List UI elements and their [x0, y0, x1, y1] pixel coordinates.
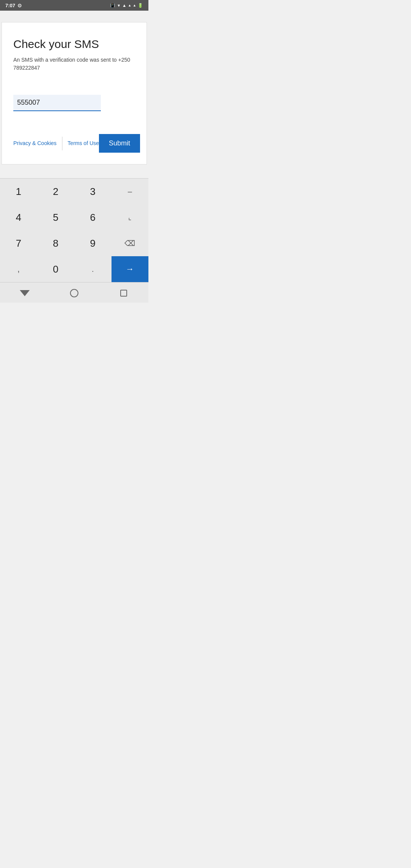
- key-enter[interactable]: →: [112, 256, 149, 282]
- back-button[interactable]: [17, 287, 32, 299]
- key-3[interactable]: 3: [74, 179, 112, 204]
- main-card: Check your SMS An SMS with a verificatio…: [2, 22, 147, 164]
- key-9[interactable]: 9: [74, 230, 112, 256]
- recents-icon: [120, 290, 127, 297]
- status-right: 📳 ▼ ▲ ▲ ▲ 🔋: [110, 3, 143, 8]
- footer-divider: [62, 137, 62, 150]
- submit-button[interactable]: Submit: [99, 134, 140, 153]
- page-title: Check your SMS: [13, 38, 135, 51]
- keyboard-grid: 1 2 3 – 4 5 6 ⌞ 7 8 9 ⌫ , 0 . →: [0, 179, 148, 282]
- key-period[interactable]: .: [74, 256, 112, 282]
- status-left: 7:07 ⊙: [5, 3, 22, 8]
- wifi-icon: ▲: [122, 3, 126, 8]
- verification-code-input[interactable]: [13, 95, 101, 111]
- home-icon: [70, 289, 78, 297]
- key-1[interactable]: 1: [0, 179, 37, 204]
- key-2[interactable]: 2: [37, 179, 75, 204]
- key-8[interactable]: 8: [37, 230, 75, 256]
- key-space[interactable]: ⌞: [112, 204, 149, 230]
- numeric-keyboard: 1 2 3 – 4 5 6 ⌞ 7 8 9 ⌫ , 0 . →: [0, 178, 148, 282]
- terms-of-use-link[interactable]: Terms of Use: [68, 140, 99, 147]
- code-input-wrapper: [13, 95, 135, 111]
- key-5[interactable]: 5: [37, 204, 75, 230]
- navigation-bar: [0, 282, 148, 303]
- bottom-space: [0, 164, 148, 178]
- back-icon: [20, 290, 30, 296]
- battery-icon: 🔋: [138, 3, 143, 8]
- wifi-down-icon: ▼: [117, 3, 121, 8]
- key-6[interactable]: 6: [74, 204, 112, 230]
- at-icon: ⊙: [18, 3, 22, 8]
- page-subtitle: An SMS with a verification code was sent…: [13, 56, 135, 72]
- key-backspace[interactable]: ⌫: [112, 230, 149, 256]
- status-bar: 7:07 ⊙ 📳 ▼ ▲ ▲ ▲ 🔋: [0, 0, 148, 11]
- time-display: 7:07: [5, 3, 15, 8]
- footer-row: Privacy & Cookies Terms of Use Submit: [13, 134, 135, 153]
- home-button[interactable]: [67, 287, 82, 299]
- recents-button[interactable]: [116, 287, 131, 299]
- key-7[interactable]: 7: [0, 230, 37, 256]
- top-space: [0, 11, 148, 22]
- key-4[interactable]: 4: [0, 204, 37, 230]
- key-comma[interactable]: ,: [0, 256, 37, 282]
- signal-alt-icon: ▲: [133, 3, 136, 7]
- key-dash[interactable]: –: [112, 179, 149, 204]
- signal-4-icon: ▲: [128, 3, 131, 7]
- key-0[interactable]: 0: [37, 256, 75, 282]
- privacy-cookies-link[interactable]: Privacy & Cookies: [13, 140, 57, 147]
- vibrate-icon: 📳: [110, 3, 115, 8]
